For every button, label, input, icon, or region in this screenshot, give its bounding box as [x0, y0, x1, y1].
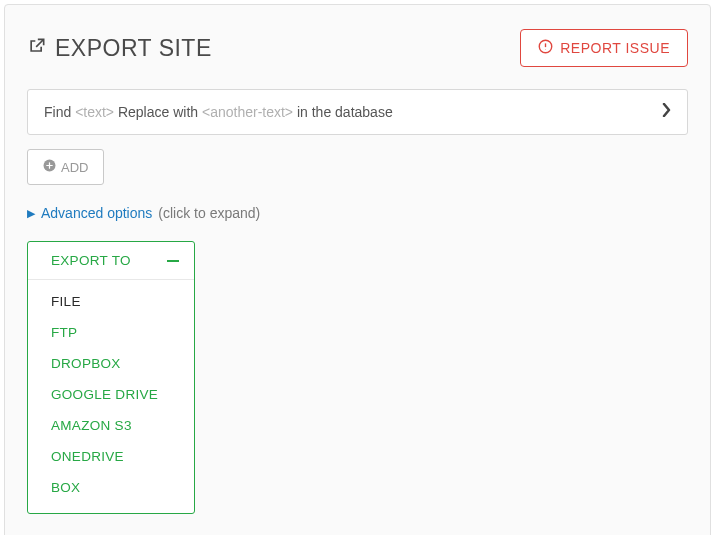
- title-wrap: EXPORT SITE: [27, 35, 212, 62]
- chevron-right-icon: [661, 103, 671, 121]
- find-replace-text: Find <text> Replace with <another-text> …: [44, 104, 393, 120]
- report-issue-label: REPORT ISSUE: [560, 40, 670, 56]
- minus-icon: [167, 260, 179, 262]
- export-option-dropbox[interactable]: DROPBOX: [28, 348, 194, 379]
- advanced-options-hint: (click to expand): [158, 205, 260, 221]
- add-button[interactable]: ADD: [27, 149, 104, 185]
- export-option-ftp[interactable]: FTP: [28, 317, 194, 348]
- export-option-googledrive[interactable]: GOOGLE DRIVE: [28, 379, 194, 410]
- export-to-dropdown-header[interactable]: EXPORT TO: [28, 242, 194, 280]
- export-option-onedrive[interactable]: ONEDRIVE: [28, 441, 194, 472]
- advanced-options-toggle[interactable]: ▶ Advanced options (click to expand): [27, 205, 688, 221]
- export-to-dropdown: EXPORT TO FILE FTP DROPBOX GOOGLE DRIVE …: [27, 241, 195, 514]
- report-issue-button[interactable]: REPORT ISSUE: [520, 29, 688, 67]
- panel-header: EXPORT SITE REPORT ISSUE: [27, 29, 688, 67]
- find-replace-row[interactable]: Find <text> Replace with <another-text> …: [27, 89, 688, 135]
- svg-point-2: [545, 49, 546, 50]
- export-to-list: FILE FTP DROPBOX GOOGLE DRIVE AMAZON S3 …: [28, 280, 194, 513]
- export-to-label: EXPORT TO: [51, 253, 131, 268]
- export-icon: [27, 36, 47, 60]
- export-site-panel: EXPORT SITE REPORT ISSUE Find <text> Rep…: [4, 4, 711, 535]
- export-option-file[interactable]: FILE: [28, 286, 194, 317]
- caret-right-icon: ▶: [27, 207, 35, 220]
- page-title: EXPORT SITE: [55, 35, 212, 62]
- export-option-amazons3[interactable]: AMAZON S3: [28, 410, 194, 441]
- plus-circle-icon: [43, 159, 56, 175]
- advanced-options-label: Advanced options: [41, 205, 152, 221]
- export-option-box[interactable]: BOX: [28, 472, 194, 503]
- alert-icon: [538, 39, 553, 57]
- add-button-label: ADD: [61, 160, 88, 175]
